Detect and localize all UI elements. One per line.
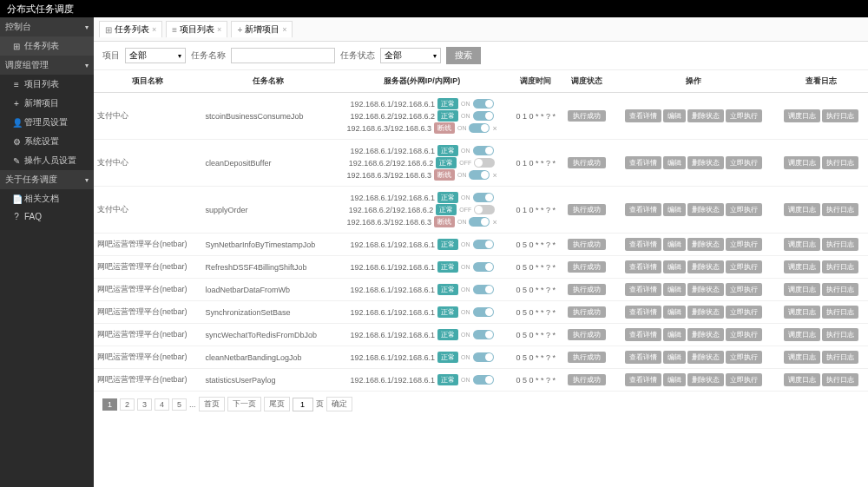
sidebar-item[interactable]: ⚙系统设置	[0, 132, 94, 151]
op-button[interactable]: 删除状态	[687, 109, 724, 122]
server-toggle[interactable]	[473, 307, 494, 317]
op-button[interactable]: 查看详情	[625, 238, 661, 251]
server-toggle[interactable]	[473, 375, 494, 385]
page-first[interactable]: 首页	[199, 397, 225, 411]
page-goto-input[interactable]	[293, 398, 313, 411]
op-button[interactable]: 立即执行	[726, 306, 762, 319]
tab[interactable]: +新增项目×	[231, 21, 293, 37]
log-button[interactable]: 执行日志	[822, 306, 858, 319]
op-button[interactable]: 立即执行	[726, 260, 762, 273]
op-button[interactable]: 删除状态	[687, 306, 724, 319]
sidebar-item[interactable]: ✎操作人员设置	[0, 151, 94, 170]
filter-status-select[interactable]: 全部▾	[380, 48, 441, 63]
op-button[interactable]: 立即执行	[726, 283, 762, 296]
log-button[interactable]: 调度日志	[784, 306, 820, 319]
server-toggle[interactable]	[473, 99, 494, 109]
op-button[interactable]: 查看详情	[625, 351, 661, 364]
op-button[interactable]: 删除状态	[687, 203, 724, 216]
op-button[interactable]: 查看详情	[625, 283, 661, 296]
server-toggle[interactable]	[469, 217, 490, 227]
log-button[interactable]: 调度日志	[784, 260, 820, 273]
server-toggle[interactable]	[473, 146, 494, 155]
log-button[interactable]: 调度日志	[784, 238, 820, 251]
search-button[interactable]: 搜索	[446, 47, 481, 64]
tab[interactable]: ⊞任务列表×	[99, 21, 162, 37]
op-button[interactable]: 查看详情	[625, 156, 661, 169]
server-toggle[interactable]	[469, 170, 490, 180]
server-toggle[interactable]	[473, 352, 494, 362]
op-button[interactable]: 查看详情	[625, 306, 661, 319]
server-toggle[interactable]	[473, 330, 494, 339]
server-toggle[interactable]	[474, 205, 495, 214]
log-button[interactable]: 执行日志	[822, 283, 858, 296]
server-toggle[interactable]	[473, 193, 494, 202]
log-button[interactable]: 执行日志	[822, 156, 858, 169]
log-button[interactable]: 执行日志	[822, 109, 858, 122]
op-button[interactable]: 编辑	[663, 156, 686, 169]
page-goto-confirm[interactable]: 确定	[326, 397, 352, 411]
op-button[interactable]: 查看详情	[625, 260, 661, 273]
sidebar-item[interactable]: 📄相关文档	[0, 189, 94, 208]
op-button[interactable]: 删除状态	[687, 328, 724, 341]
sidebar-item[interactable]: ?FAQ	[0, 208, 94, 225]
op-button[interactable]: 删除状态	[687, 260, 724, 273]
op-button[interactable]: 立即执行	[726, 203, 762, 216]
log-button[interactable]: 执行日志	[822, 351, 858, 364]
sidebar-group-header[interactable]: 关于任务调度▾	[0, 170, 94, 189]
sidebar-item[interactable]: 👤管理员设置	[0, 113, 94, 132]
op-button[interactable]: 编辑	[663, 328, 686, 341]
page-number[interactable]: 4	[155, 398, 169, 411]
log-button[interactable]: 调度日志	[784, 351, 820, 364]
log-button[interactable]: 调度日志	[784, 373, 820, 386]
op-button[interactable]: 查看详情	[625, 328, 661, 341]
log-button[interactable]: 调度日志	[784, 109, 820, 122]
log-button[interactable]: 执行日志	[822, 328, 858, 341]
op-button[interactable]: 编辑	[663, 260, 686, 273]
sidebar-group-header[interactable]: 控制台▾	[0, 17, 94, 36]
op-button[interactable]: 立即执行	[726, 238, 762, 251]
op-button[interactable]: 删除状态	[687, 238, 724, 251]
log-button[interactable]: 调度日志	[784, 156, 820, 169]
op-button[interactable]: 查看详情	[625, 373, 661, 386]
op-button[interactable]: 查看详情	[625, 109, 661, 122]
server-toggle[interactable]	[473, 285, 494, 294]
page-number[interactable]: 1	[102, 398, 117, 411]
op-button[interactable]: 编辑	[663, 238, 686, 251]
close-icon[interactable]: ×	[282, 25, 286, 34]
sidebar-item[interactable]: +新增项目	[0, 94, 94, 113]
page-number[interactable]: 2	[120, 398, 135, 411]
log-button[interactable]: 调度日志	[784, 203, 820, 216]
close-icon[interactable]: ×	[492, 218, 496, 227]
close-icon[interactable]: ×	[492, 124, 496, 133]
log-button[interactable]: 执行日志	[822, 260, 858, 273]
op-button[interactable]: 编辑	[663, 203, 686, 216]
op-button[interactable]: 删除状态	[687, 283, 724, 296]
sidebar-item[interactable]: ≡项目列表	[0, 75, 94, 94]
log-button[interactable]: 执行日志	[822, 238, 858, 251]
op-button[interactable]: 立即执行	[726, 351, 762, 364]
log-button[interactable]: 执行日志	[822, 203, 858, 216]
op-button[interactable]: 查看详情	[625, 203, 661, 216]
server-toggle[interactable]	[474, 158, 495, 168]
close-icon[interactable]: ×	[217, 25, 221, 34]
log-button[interactable]: 调度日志	[784, 283, 820, 296]
op-button[interactable]: 编辑	[663, 306, 686, 319]
op-button[interactable]: 删除状态	[687, 351, 724, 364]
server-toggle[interactable]	[469, 123, 490, 133]
close-icon[interactable]: ×	[492, 171, 496, 180]
op-button[interactable]: 删除状态	[687, 156, 724, 169]
page-number[interactable]: 3	[137, 398, 152, 411]
op-button[interactable]: 立即执行	[726, 373, 762, 386]
op-button[interactable]: 立即执行	[726, 109, 762, 122]
server-toggle[interactable]	[473, 262, 494, 272]
server-toggle[interactable]	[473, 111, 494, 121]
log-button[interactable]: 执行日志	[822, 373, 858, 386]
page-last[interactable]: 尾页	[264, 397, 290, 411]
tab[interactable]: ≡项目列表×	[166, 21, 227, 37]
op-button[interactable]: 编辑	[663, 109, 686, 122]
server-toggle[interactable]	[473, 240, 494, 249]
filter-taskname-input[interactable]	[231, 48, 335, 63]
log-button[interactable]: 调度日志	[784, 328, 820, 341]
filter-project-select[interactable]: 全部▾	[125, 48, 186, 63]
op-button[interactable]: 立即执行	[726, 156, 762, 169]
